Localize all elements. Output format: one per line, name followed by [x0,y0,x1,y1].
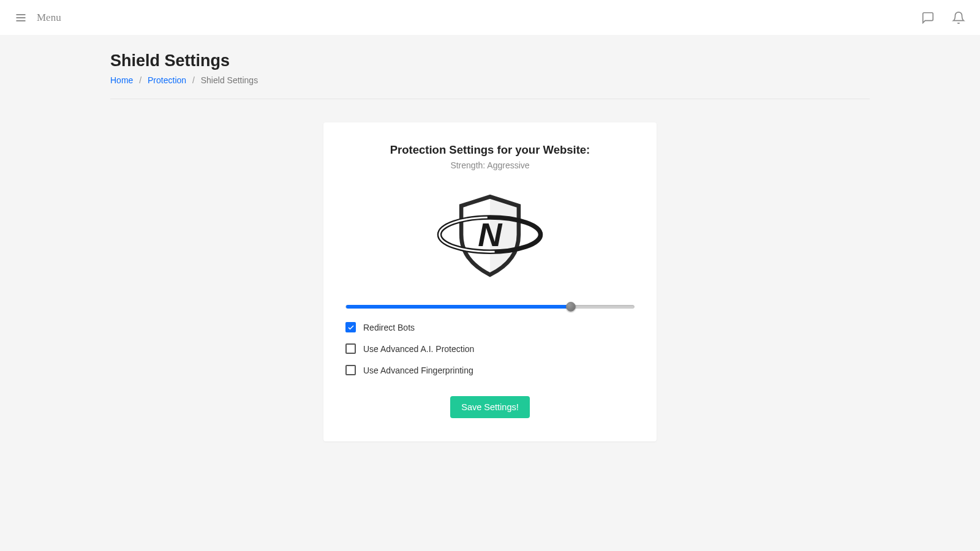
card-title: Protection Settings for your Website: [345,143,635,157]
breadcrumb-separator: / [139,75,141,85]
checkbox[interactable] [345,343,356,354]
hamburger-icon[interactable] [15,12,27,24]
checkbox-label: Redirect Bots [363,323,415,332]
checkbox-label: Use Advanced Fingerprinting [363,365,473,375]
save-button[interactable]: Save Settings! [450,396,530,418]
topbar: Menu [0,0,980,36]
strength-slider[interactable] [345,305,635,309]
breadcrumb-current: Shield Settings [201,75,258,85]
bell-icon[interactable] [952,11,965,24]
checkbox[interactable] [345,365,356,375]
page-title: Shield Settings [110,51,870,70]
breadcrumb-separator: / [192,75,195,85]
breadcrumb-home[interactable]: Home [110,75,133,85]
checkbox[interactable] [345,322,356,332]
check-row: Use Advanced Fingerprinting [345,365,635,375]
card-subtitle: Strength: Aggressive [345,160,635,170]
svg-text:N: N [478,216,503,253]
check-row: Use Advanced A.I. Protection [345,343,635,354]
divider [110,99,870,99]
check-row: Redirect Bots [345,322,635,332]
breadcrumb: Home / Protection / Shield Settings [110,75,870,85]
shield-logo: N [345,190,635,284]
menu-label[interactable]: Menu [37,12,61,24]
breadcrumb-protection[interactable]: Protection [148,75,186,85]
settings-card: Protection Settings for your Website: St… [323,122,657,441]
checkbox-label: Use Advanced A.I. Protection [363,344,474,354]
slider-handle[interactable] [566,302,576,312]
chat-icon[interactable] [921,11,935,24]
